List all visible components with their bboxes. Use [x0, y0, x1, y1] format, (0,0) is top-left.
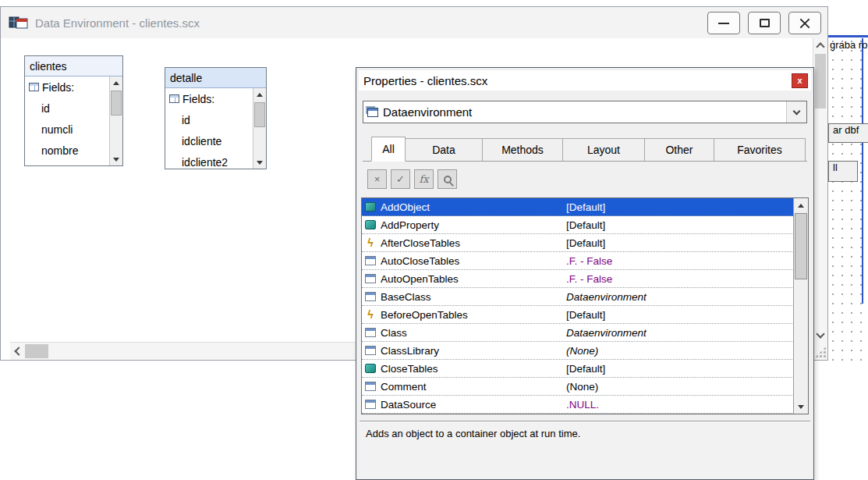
scroll-down-button[interactable] — [794, 400, 808, 414]
partial-button-graba[interactable]: graba ro — [830, 39, 867, 51]
scroll-down-button[interactable] — [110, 153, 122, 165]
tab-layout[interactable]: Layout — [562, 138, 645, 161]
fields-label: Fields: — [182, 93, 214, 105]
maximize-icon — [760, 19, 770, 27]
property-row-beforeopentables[interactable]: ϟ BeforeOpenTables [Default] — [362, 306, 808, 324]
fields-node[interactable]: Fields: — [25, 76, 109, 98]
table-panel-detalle: detalle Fields: id idcliente idcliente2 — [165, 67, 267, 169]
table-header-detalle[interactable]: detalle — [165, 68, 266, 88]
fields-grid-icon — [169, 94, 179, 103]
property-name: BeforeOpenTables — [381, 309, 468, 321]
tab-favorites[interactable]: Favorites — [714, 138, 806, 161]
property-name: AfterCloseTables — [381, 237, 460, 249]
property-icon — [365, 382, 376, 391]
field-item[interactable]: id — [165, 109, 253, 130]
property-icon — [365, 256, 376, 265]
resize-grip[interactable] — [815, 347, 826, 357]
minimize-icon — [718, 23, 729, 24]
fields-node[interactable]: Fields: — [165, 88, 253, 109]
minimize-button[interactable] — [707, 12, 740, 34]
maximize-button[interactable] — [748, 12, 781, 34]
properties-title-bar[interactable]: Properties - clientes.scx x — [359, 70, 811, 91]
fields-grid-icon — [29, 83, 39, 91]
property-row-datasource[interactable]: DataSource .NULL. — [362, 396, 808, 414]
builder-icon — [444, 176, 452, 183]
chevron-left-icon — [14, 347, 23, 355]
scroll-down-button[interactable] — [253, 156, 266, 169]
property-row-comment[interactable]: Comment (None) — [362, 378, 808, 396]
close-icon — [799, 17, 811, 30]
property-row-addproperty[interactable]: AddProperty [Default] — [362, 216, 808, 234]
property-row-autoclosetables[interactable]: AutoCloseTables .F. - False — [362, 252, 808, 270]
scroll-thumb[interactable] — [815, 54, 826, 108]
scroll-left-button[interactable] — [10, 343, 24, 360]
table-panel-clientes: clientes Fields: id numcli nombre — [24, 55, 123, 166]
property-row-classlibrary[interactable]: ClassLibrary (None) — [362, 342, 808, 360]
field-item[interactable]: idcliente2 — [165, 151, 253, 169]
scroll-up-button[interactable] — [110, 76, 122, 89]
tab-other[interactable]: Other — [644, 138, 714, 161]
vertical-scrollbar[interactable] — [813, 38, 827, 342]
tab-all[interactable]: All — [371, 137, 406, 162]
scroll-thumb[interactable] — [25, 344, 48, 358]
property-row-addobject[interactable]: AddObject [Default] — [362, 198, 808, 216]
field-item[interactable]: numcli — [25, 119, 109, 140]
property-row-afterclosetables[interactable]: ϟ AfterCloseTables [Default] — [362, 234, 808, 252]
property-icon — [365, 400, 376, 409]
scroll-up-button[interactable] — [794, 198, 808, 212]
field-name: idcliente — [182, 135, 221, 148]
property-grid-scrollbar[interactable] — [793, 198, 808, 414]
close-icon: x — [797, 76, 802, 85]
property-row-autoopentables[interactable]: AutoOpenTables .F. - False — [362, 270, 808, 288]
partial-button-ar-dbf[interactable]: ar dbf — [828, 123, 868, 143]
scrollbar[interactable] — [253, 88, 266, 169]
field-item[interactable]: idcliente — [165, 130, 253, 151]
property-value: (None) — [566, 381, 598, 393]
cancel-icon: × — [374, 173, 381, 185]
scroll-thumb[interactable] — [111, 91, 122, 116]
property-grid: AddObject [Default] AddProperty [Default… — [361, 197, 809, 414]
table-header-clientes[interactable]: clientes — [25, 56, 122, 76]
scroll-up-button[interactable] — [253, 88, 266, 101]
table-name: detalle — [170, 72, 202, 84]
properties-window: Properties - clientes.scx x Dataenvironm… — [356, 67, 814, 480]
arrow-down-icon — [798, 405, 804, 409]
tab-methods[interactable]: Methods — [482, 138, 563, 161]
property-name: Comment — [381, 381, 427, 393]
property-name: AddObject — [381, 201, 430, 213]
property-name: AddProperty — [381, 219, 439, 231]
property-icon — [365, 328, 376, 337]
designer-control-top-edge — [828, 35, 868, 37]
tab-data[interactable]: Data — [405, 138, 483, 161]
field-item[interactable]: id — [25, 98, 109, 119]
accept-value-button[interactable]: ✓ — [391, 169, 410, 189]
builder-button[interactable] — [438, 169, 457, 189]
scroll-up-button[interactable] — [813, 38, 827, 52]
combo-dropdown-button[interactable] — [786, 101, 806, 123]
property-row-baseclass[interactable]: BaseClass Dataenvironment — [362, 288, 808, 306]
property-name: DataSource — [381, 399, 436, 411]
screen: graba ro ar dbf ll Data Environment - cl… — [0, 0, 868, 480]
object-selector-combo[interactable]: Dataenvironment — [363, 101, 807, 123]
expression-builder-button[interactable]: fx — [414, 169, 434, 189]
property-value: .NULL. — [566, 399, 599, 411]
event-lightning-icon: ϟ — [365, 310, 376, 319]
scroll-thumb[interactable] — [254, 102, 265, 127]
property-value: [Default] — [566, 363, 605, 375]
partial-button-ll[interactable]: ll — [828, 161, 858, 182]
property-name: AutoOpenTables — [381, 273, 459, 285]
close-button[interactable] — [788, 12, 821, 34]
property-row-closetables[interactable]: CloseTables [Default] — [362, 360, 808, 378]
title-bar[interactable]: Data Environment - clientes.scx — [1, 7, 827, 38]
cancel-value-button[interactable]: × — [367, 169, 387, 189]
field-item[interactable]: nombre — [25, 140, 109, 161]
properties-close-button[interactable]: x — [792, 73, 808, 88]
event-lightning-icon: ϟ — [365, 238, 376, 247]
property-row-class[interactable]: Class Dataenvironment — [362, 324, 808, 342]
scroll-thumb[interactable] — [795, 213, 807, 279]
table-name: clientes — [30, 60, 66, 73]
scroll-down-button[interactable] — [813, 328, 827, 342]
scrollbar[interactable] — [109, 76, 122, 165]
field-list: Fields: id numcli nombre — [25, 76, 109, 165]
method-icon — [365, 364, 376, 373]
